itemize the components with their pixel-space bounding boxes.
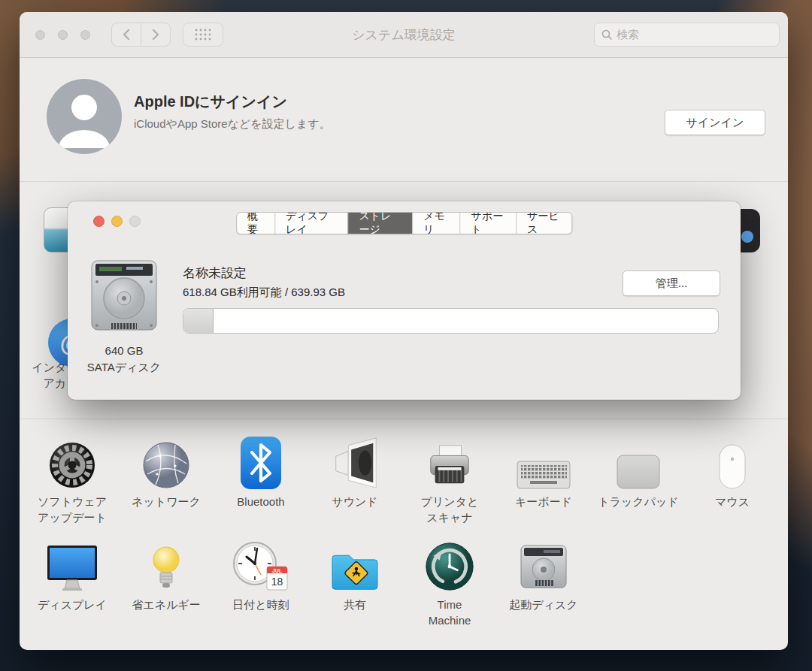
bluetooth-icon: [241, 437, 281, 489]
globe-icon: [142, 441, 190, 489]
appleid-title: Apple IDにサインイン: [134, 92, 287, 112]
trackpad-icon: [617, 455, 660, 489]
manage-button[interactable]: 管理...: [623, 271, 720, 296]
keyboard-icon: [517, 461, 571, 489]
show-all-button[interactable]: [183, 23, 223, 47]
tab-memory[interactable]: メモリ: [412, 213, 459, 234]
tab-overview[interactable]: 概要: [237, 213, 274, 234]
signin-button[interactable]: サインイン: [665, 110, 765, 135]
system-preferences-window: システム環境設定: [20, 12, 788, 650]
pref-energy-saver[interactable]: 省エネルギー: [118, 543, 214, 612]
hard-disk-icon: [517, 544, 571, 592]
dialog-zoom-button[interactable]: [129, 216, 141, 227]
disk-size-label: 640 GB SATAディスク: [64, 343, 184, 376]
pref-mouse[interactable]: マウス: [684, 440, 780, 509]
chevron-right-icon: [151, 29, 160, 41]
dialog-minimize-button[interactable]: [111, 216, 123, 227]
grid-icon: [195, 29, 211, 41]
calendar-day: 18: [271, 576, 283, 588]
speaker-icon: [329, 437, 381, 489]
time-machine-icon: [424, 541, 475, 592]
pref-sharing[interactable]: 共有: [307, 543, 403, 612]
search-input[interactable]: 検索: [594, 23, 780, 47]
calendar-month: JUL: [272, 568, 283, 573]
lightbulb-icon: [151, 546, 181, 592]
desktop-wallpaper: システム環境設定: [0, 0, 812, 671]
pref-keyboard[interactable]: キーボード: [495, 440, 592, 509]
disk-name: 名称未設定: [183, 264, 247, 282]
storage-bar: [183, 308, 719, 334]
tab-storage[interactable]: ストレージ: [348, 213, 413, 234]
storage-bar-used: [183, 309, 214, 333]
pref-time-machine[interactable]: Time Machine: [401, 543, 498, 628]
display-icon: [44, 544, 100, 592]
titlebar: システム環境設定: [20, 12, 788, 58]
forward-button[interactable]: [141, 23, 171, 47]
pref-network[interactable]: ネットワーク: [118, 440, 214, 509]
tab-displays[interactable]: ディスプレイ: [274, 213, 347, 234]
search-placeholder: 検索: [617, 28, 639, 42]
pref-trackpad[interactable]: トラックパッド: [590, 440, 686, 509]
disk-availability: 618.84 GB利用可能 / 639.93 GB: [183, 286, 345, 300]
pref-printers-scanners[interactable]: プリンタと スキャナ: [401, 440, 498, 525]
search-icon: [601, 29, 612, 40]
gear-icon: [48, 441, 96, 489]
clock-calendar-icon: JUL 18: [232, 541, 289, 592]
section-divider: [20, 181, 788, 182]
tab-service[interactable]: サービス: [516, 213, 571, 234]
printer-icon: [423, 441, 476, 489]
tab-support[interactable]: サポート: [460, 213, 516, 234]
about-mac-dialog: 概要 ディスプレイ ストレージ メモリ サポート サービス: [68, 201, 741, 400]
appleid-subtitle: iCloudやApp Storeなどを設定します。: [134, 117, 331, 131]
pref-displays[interactable]: ディスプレイ: [24, 543, 120, 612]
avatar: [47, 79, 122, 154]
pref-software-update[interactable]: ソフトウェア アップデート: [24, 440, 120, 525]
pref-bluetooth[interactable]: Bluetooth: [213, 440, 309, 509]
dialog-close-button[interactable]: [93, 216, 105, 227]
pref-sound[interactable]: サウンド: [307, 440, 403, 509]
chevron-left-icon: [122, 29, 131, 41]
back-button[interactable]: [111, 23, 141, 47]
hard-drive-icon: [89, 259, 159, 333]
pref-startup-disk[interactable]: 起動ディスク: [495, 543, 592, 612]
shared-folder-icon: [328, 547, 382, 592]
section-divider: [20, 419, 788, 419]
mouse-icon: [719, 444, 746, 489]
dialog-tab-bar: 概要 ディスプレイ ストレージ メモリ サポート サービス: [236, 212, 573, 234]
pref-date-time[interactable]: JUL 18 日付と時刻: [213, 543, 309, 612]
